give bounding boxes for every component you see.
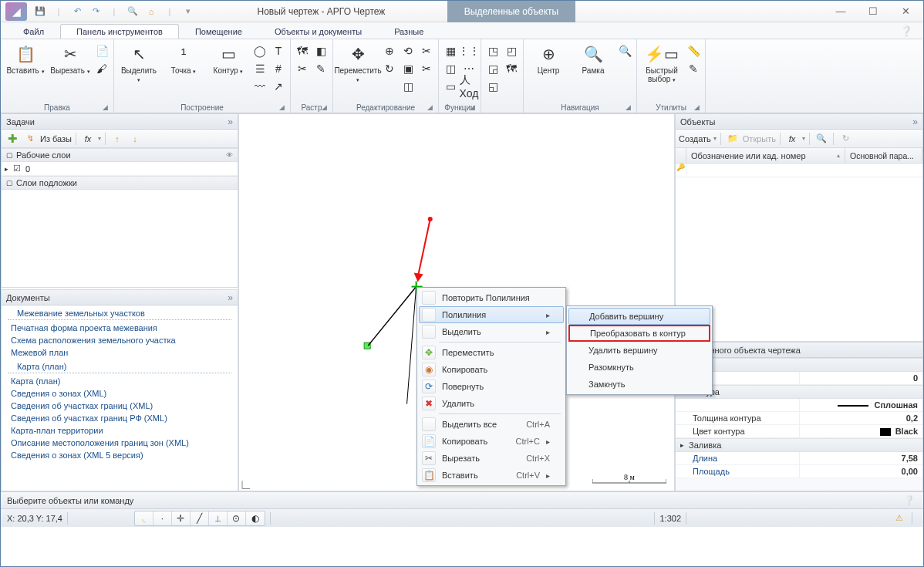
quick-select-icon[interactable]: ⚡▭Быстрый выбор ▾ [640, 41, 683, 86]
ribbon-small-icon[interactable]: 📏 [685, 42, 702, 59]
ribbon-small-icon[interactable] [503, 78, 520, 95]
prop-row[interactable]: Сплошная [676, 399, 922, 412]
ribbon-small-icon[interactable]: 人 Ход [460, 78, 477, 95]
ribbon-small-icon[interactable]: ◫ [442, 60, 459, 77]
down-icon[interactable]: ↓ [127, 131, 143, 147]
lightning-icon[interactable]: ↯ [22, 131, 38, 147]
ribbon-small-icon[interactable]: ✂ [418, 42, 435, 59]
ribbon-small-icon[interactable] [418, 78, 435, 95]
point-icon[interactable]: ¹Точка ▾ [162, 41, 205, 78]
working-layers-header[interactable]: ▢ Рабочие слои 👁 [2, 148, 238, 162]
ribbon-small-icon[interactable]: ↻ [381, 60, 398, 77]
create-button[interactable]: Создать [679, 134, 711, 143]
ribbon-small-icon[interactable]: ✎ [312, 60, 329, 77]
undo-icon[interactable]: ↶ [70, 5, 84, 19]
paste-icon[interactable]: 📋Вставить ▾ [4, 41, 47, 78]
refresh-icon[interactable]: ↻ [838, 131, 853, 147]
center-icon[interactable]: ⊕Центр [527, 41, 570, 77]
ribbon-small-icon[interactable]: ◰ [503, 42, 520, 59]
add-icon[interactable]: ✚ [5, 131, 20, 147]
up-icon[interactable]: ↑ [110, 131, 125, 147]
snap-midpoint-icon[interactable]: ◐ [246, 511, 265, 525]
tab-file[interactable]: Файл [7, 24, 60, 39]
collapse-icon[interactable]: » [228, 292, 233, 303]
select-icon[interactable]: ↖Выделить ▾ [117, 41, 160, 86]
ribbon-small-icon[interactable]: 🗺 [503, 60, 520, 77]
ribbon-small-icon[interactable]: ◧ [312, 42, 329, 59]
tab-room[interactable]: Помещение [179, 24, 258, 39]
warning-icon[interactable]: ⚠ [892, 511, 907, 526]
ribbon-small-icon[interactable]: T [270, 42, 287, 59]
property-grid[interactable]: ▾ния0▾контураСплошнаяТолщина контура0,2Ц… [676, 358, 922, 478]
ribbon-small-icon[interactable] [381, 78, 398, 95]
ribbon-small-icon[interactable]: 🗺 [294, 42, 311, 59]
context-menu-item[interactable]: Полилиния▸ [419, 306, 564, 323]
ribbon-small-icon[interactable]: ◯ [251, 42, 268, 59]
backdrop-layers-header[interactable]: ▢ Слои подложки [2, 176, 238, 190]
submenu-item[interactable]: Удалить вершину [568, 342, 710, 359]
frame-icon[interactable]: 🔍Рамка [572, 41, 615, 77]
ribbon-small-icon[interactable]: 🖌 [93, 60, 110, 77]
context-menu-item[interactable]: ✖Удалить [419, 395, 564, 412]
tab-misc[interactable]: Разные [378, 24, 440, 39]
context-menu-item[interactable]: 📋ВставитьCtrl+V▸ [419, 467, 564, 484]
ribbon-small-icon[interactable]: ◲ [484, 60, 501, 77]
doc-item[interactable]: Карта (план) [2, 375, 238, 387]
doc-item[interactable]: Сведения об участках границ РФ (XML) [2, 412, 238, 424]
help-bubble-icon[interactable]: ❔ [902, 493, 917, 508]
qat-dropdown-icon[interactable]: ▾ [181, 5, 195, 19]
context-menu-item[interactable]: Повторить Полилиния [419, 289, 564, 306]
prop-section[interactable]: ▾ния [676, 358, 922, 372]
ribbon-small-icon[interactable]: ◫ [400, 78, 416, 95]
doc-item[interactable]: Сведения об участках границ (XML) [2, 400, 238, 412]
tab-objects[interactable]: Объекты и документы [258, 24, 378, 39]
doc-item[interactable]: Сведения о зонах (XML) [2, 387, 238, 400]
doc-item[interactable]: Схема расположения земельного участка [2, 334, 238, 346]
ribbon-small-icon[interactable]: ⊕ [381, 42, 398, 59]
doc-item[interactable]: Сведения о зонах (XML 5 версия) [2, 449, 238, 461]
folder-icon[interactable]: 📁 [725, 131, 740, 147]
ribbon-small-icon[interactable]: ☰ [251, 60, 268, 77]
ribbon-small-icon[interactable]: ↗ [270, 78, 287, 95]
search-icon[interactable]: 🔍 [814, 131, 829, 147]
ribbon-small-icon[interactable]: ◳ [484, 42, 501, 59]
cut-icon[interactable]: ✂Вырезать ▾ [49, 41, 92, 78]
documents-panel-header[interactable]: Документы » [2, 290, 238, 305]
snap-center-icon[interactable]: ⊙ [228, 511, 246, 525]
maximize-button[interactable]: ☐ [865, 5, 882, 17]
ribbon-small-icon[interactable]: # [270, 60, 287, 77]
doc-item[interactable]: Межевой план [2, 346, 238, 359]
ribbon-small-icon[interactable] [312, 78, 329, 95]
col-param[interactable]: Основной пара... [845, 148, 922, 163]
ribbon-small-icon[interactable]: ◱ [484, 78, 501, 95]
snap-nearest-icon[interactable]: ╱ [191, 511, 209, 525]
context-menu-item[interactable]: Выделить▸ [419, 323, 564, 340]
ribbon-small-icon[interactable]: 🔍 [616, 42, 633, 59]
ribbon-small-icon[interactable] [294, 78, 311, 95]
ribbon-small-icon[interactable]: ▦ [442, 42, 459, 59]
ribbon-small-icon[interactable] [616, 60, 633, 77]
doc-item[interactable]: Печатная форма проекта межевания [2, 322, 238, 334]
prop-row[interactable]: Цвет контураBlack [676, 425, 922, 438]
doc-group-header[interactable]: Карта (план) [8, 360, 231, 373]
documents-list[interactable]: Межевание земельных участковПечатная фор… [2, 305, 238, 491]
col-designation[interactable]: Обозначение или кад. номер▴ [686, 148, 845, 163]
prop-row[interactable]: Длина7,58 [676, 452, 922, 465]
zoom-icon[interactable]: 🔍 [126, 5, 140, 19]
open-button[interactable]: Открыть [743, 134, 776, 143]
ribbon-small-icon[interactable]: ▭ [442, 78, 459, 95]
polyline-submenu[interactable]: Добавить вершинуПреобразовать в контурУд… [566, 305, 713, 395]
ribbon-small-icon[interactable] [616, 78, 633, 95]
submenu-item[interactable]: Добавить вершину [568, 308, 710, 325]
ribbon-small-icon[interactable]: 📄 [93, 42, 110, 59]
ribbon-small-icon[interactable]: ✂ [294, 60, 311, 77]
ribbon-small-icon[interactable]: ⋮⋮ [460, 42, 477, 59]
close-button[interactable]: ✕ [897, 5, 914, 17]
objects-panel-header[interactable]: Объекты » [676, 114, 922, 130]
redo-icon[interactable]: ↷ [89, 5, 103, 19]
ribbon-small-icon[interactable] [685, 78, 702, 95]
context-menu-item[interactable]: Выделить всеCtrl+A [419, 416, 564, 433]
collapse-icon[interactable]: » [228, 116, 233, 127]
submenu-item[interactable]: Преобразовать в контур [568, 325, 710, 342]
fx-icon[interactable]: fx [80, 131, 96, 147]
